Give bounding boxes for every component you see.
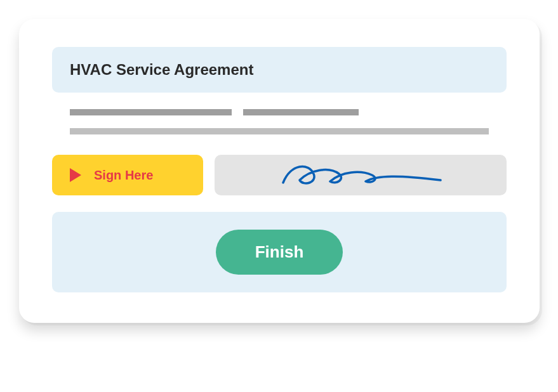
sign-here-label: Sign Here <box>94 168 153 183</box>
document-body-placeholder <box>52 109 507 134</box>
finish-bar: Finish <box>52 212 507 292</box>
title-bar: HVAC Service Agreement <box>52 47 507 93</box>
play-triangle-icon <box>70 168 81 182</box>
placeholder-line <box>243 109 359 115</box>
finish-button[interactable]: Finish <box>216 230 343 275</box>
signature-field[interactable] <box>215 155 507 195</box>
document-title: HVAC Service Agreement <box>70 61 489 79</box>
placeholder-line <box>70 128 489 134</box>
placeholder-line <box>70 109 232 115</box>
signature-scribble-icon <box>278 161 443 189</box>
document-card: HVAC Service Agreement Sign Here Finish <box>19 19 540 323</box>
signature-row: Sign Here <box>52 155 507 195</box>
placeholder-row <box>70 109 489 115</box>
sign-here-button[interactable]: Sign Here <box>52 155 203 195</box>
